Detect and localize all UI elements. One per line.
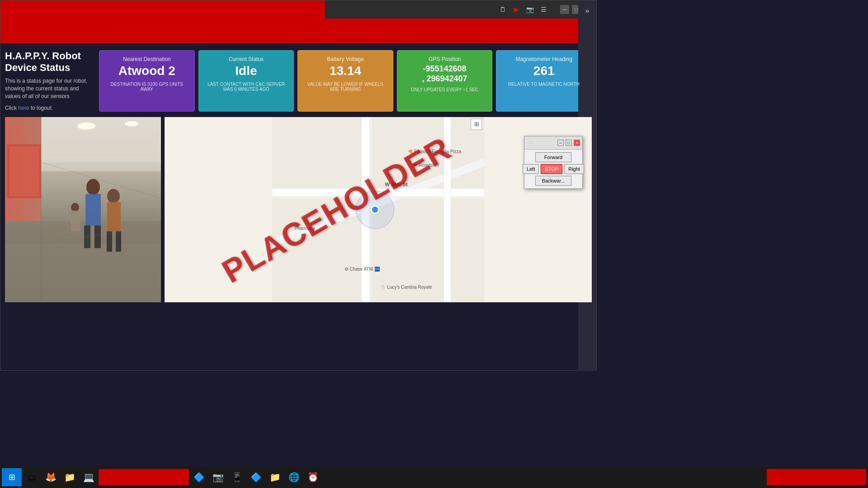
svg-rect-11 <box>107 202 121 231</box>
taskbar-network-icon[interactable]: 🌐 <box>285 468 303 486</box>
minimize-button[interactable]: ─ <box>560 5 569 14</box>
svg-line-17 <box>41 162 161 198</box>
current-status-value: Idle <box>205 64 288 78</box>
nearest-destination-card: Nearest Destination Atwood 2 DESTINATION… <box>99 50 195 112</box>
svg-point-4 <box>125 121 138 127</box>
control-panel-icon: ✏ <box>527 138 537 148</box>
current-status-card: Current Status Idle LAST CONTACT WITH C&… <box>198 50 294 112</box>
taskbar-right-app[interactable] <box>767 469 866 485</box>
svg-rect-9 <box>94 225 101 248</box>
control-panel-close[interactable]: ✕ <box>574 140 580 146</box>
magnetometer-title: Magnetometer Heading <box>503 56 585 62</box>
taskbar-phone-icon[interactable]: 📱 <box>228 468 246 486</box>
here-link[interactable]: here <box>18 105 29 111</box>
taskbar-filemanager-icon[interactable]: 🗂 <box>23 468 41 486</box>
gps-position-title: GPS Position <box>404 56 486 62</box>
nearest-destination-value: Atwood 2 <box>106 64 188 78</box>
svg-text:⊞: ⊞ <box>474 121 479 127</box>
battery-voltage-title: Battery Voltage <box>304 56 387 62</box>
control-middle-row: Left STOP Right <box>523 164 584 174</box>
backward-button[interactable]: Backwar... <box>535 176 571 186</box>
stop-button[interactable]: STOP <box>541 164 562 174</box>
taskbar-robot-app[interactable] <box>99 469 189 485</box>
titlebar-menu-icon[interactable]: ☰ <box>538 5 548 14</box>
nearest-destination-subtitle: DESTINATION IS 3100 GPS UNITS AWAY <box>106 82 188 92</box>
svg-rect-15 <box>71 211 80 231</box>
battery-voltage-card: Battery Voltage 13.14 VALUE MAY BE LOWER… <box>297 50 393 112</box>
gps-position-card: GPS Position -955142608 , 296942407 ONLY… <box>397 50 493 112</box>
windows-logo-icon: ⊞ <box>9 472 15 482</box>
current-status-subtitle: LAST CONTACT WITH C&C SERVER WAS 0 MINUT… <box>205 82 288 92</box>
page-title-section: H.A.P.P.Y. Robot Device Status This is a… <box>5 50 95 112</box>
start-button[interactable]: ⊞ <box>2 468 22 486</box>
battery-voltage-value: 13.14 <box>304 64 387 78</box>
taskbar-firefox-icon[interactable]: 🦊 <box>42 468 60 486</box>
control-panel-maximize[interactable]: □ <box>566 140 572 146</box>
right-button[interactable]: Right <box>564 164 584 174</box>
control-panel: ✏ ─ □ ✕ Forward Left STOP Right Backwar.… <box>524 136 583 189</box>
taskbar-terminal-icon[interactable]: 💻 <box>80 468 98 486</box>
status-row: H.A.P.P.Y. Robot Device Status This is a… <box>5 50 592 112</box>
svg-rect-7 <box>85 194 101 225</box>
control-panel-window-buttons: ─ □ ✕ <box>557 140 580 146</box>
taskbar-folder2-icon[interactable]: 📁 <box>266 468 284 486</box>
titlebar-file-icon[interactable]: 🗒 <box>498 5 508 14</box>
titlebar-youtube-icon[interactable]: ▶ <box>511 5 521 14</box>
taskbar-3dviewer-icon[interactable]: 🔷 <box>190 468 208 486</box>
main-content-row: W 34th St 🍕 Famous Famiglia Pizza ☕ Roas… <box>5 117 592 302</box>
taskbar-folder-icon[interactable]: 📁 <box>61 468 79 486</box>
battery-voltage-subtitle: VALUE MAY BE LOWER IF WHEELS ARE TURNING <box>304 82 387 92</box>
svg-line-18 <box>41 225 161 244</box>
camera-feed <box>5 117 161 302</box>
svg-rect-5 <box>5 244 161 302</box>
control-panel-body: Forward Left STOP Right Backwar... <box>524 150 582 188</box>
magnetometer-subtitle: RELATIVE TO MAGNETIC NORTH <box>503 82 585 87</box>
window-titlebar: 🗒 ▶ 📷 ☰ ─ □ ✕ <box>325 0 596 19</box>
login-text: Click here to logout. <box>5 105 53 111</box>
page-description: This is a status page for our robot, sho… <box>5 77 95 100</box>
svg-rect-12 <box>107 231 112 252</box>
magnetometer-value: 261 <box>503 64 585 78</box>
taskbar-screenshot-icon[interactable]: 📷 <box>209 468 227 486</box>
camera-scene <box>5 117 161 302</box>
control-panel-minimize[interactable]: ─ <box>557 140 564 146</box>
titlebar-camera-icon[interactable]: 📷 <box>525 5 535 14</box>
titlebar-icons: 🗒 ▶ 📷 ☰ <box>498 5 548 14</box>
svg-text:⚙ Chase ATM  🏧: ⚙ Chase ATM 🏧 <box>344 266 380 272</box>
svg-point-3 <box>77 122 95 130</box>
page-title: H.A.P.P.Y. Robot Device Status <box>5 50 95 74</box>
main-window: 🗒 ▶ 📷 ☰ ─ □ ✕ » H.A.P.P.Y. Robot Device … <box>0 0 597 371</box>
svg-rect-1 <box>9 146 39 196</box>
current-status-title: Current Status <box>205 56 288 62</box>
svg-rect-20 <box>272 117 363 189</box>
magnetometer-card: Magnetometer Heading 261 RELATIVE TO MAG… <box>496 50 592 112</box>
control-panel-titlebar: ✏ ─ □ ✕ <box>524 136 582 150</box>
svg-text:🍴 Lucy's Cantina Royale: 🍴 Lucy's Cantina Royale <box>381 284 432 290</box>
expand-button[interactable]: » <box>580 4 594 18</box>
content-area: H.A.P.P.Y. Robot Device Status This is a… <box>0 43 596 309</box>
gps-position-value: -955142608 , 296942407 <box>404 64 486 84</box>
gps-position-subtitle: ONLY UPDATES EVERY ~1 SEC <box>404 87 486 92</box>
taskbar-vscode-icon[interactable]: 🔷 <box>247 468 265 486</box>
svg-point-6 <box>86 179 100 195</box>
taskbar-clock-icon[interactable]: ⏰ <box>304 468 322 486</box>
svg-rect-2 <box>41 117 161 162</box>
left-button[interactable]: Left <box>523 164 539 174</box>
nearest-destination-title: Nearest Destination <box>106 56 188 62</box>
forward-button[interactable]: Forward <box>535 152 571 162</box>
svg-rect-13 <box>116 231 121 252</box>
svg-point-10 <box>107 189 120 203</box>
taskbar: ⊞ 🗂 🦊 📁 💻 🔷 📷 📱 🔷 📁 🌐 ⏰ <box>0 466 868 488</box>
